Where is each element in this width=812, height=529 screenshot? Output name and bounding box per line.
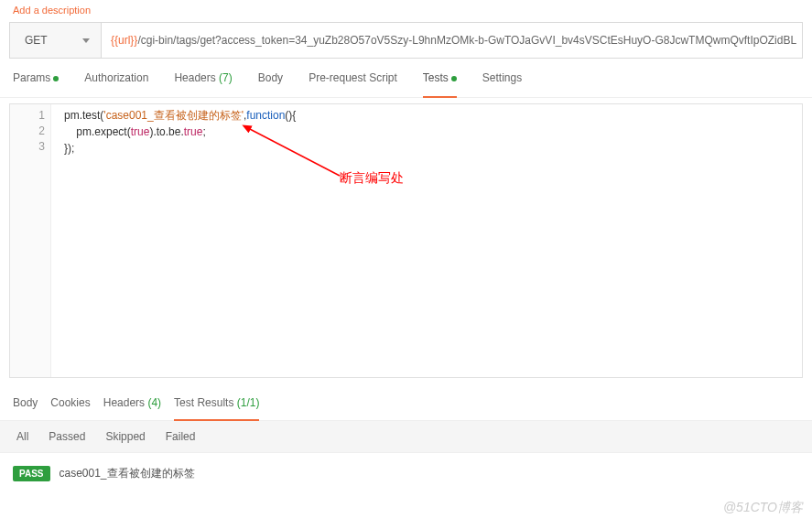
response-tabs: Body Cookies Headers (4) Test Results (1… — [0, 385, 812, 421]
test-result-name: case001_查看被创建的标签 — [60, 466, 195, 481]
code-content: pm.test('case001_查看被创建的标签',function(){ p… — [60, 104, 802, 157]
url-input[interactable]: {{url}}/cgi-bin/tags/get?access_token=34… — [102, 23, 802, 58]
line-number: 1 — [10, 108, 45, 124]
tab-tests[interactable]: Tests — [423, 68, 457, 90]
tab-headers-count: (7) — [219, 71, 233, 84]
resp-tab-headers-count: (4) — [147, 396, 161, 409]
status-dot-icon — [451, 76, 457, 81]
tab-headers-label: Headers — [174, 71, 215, 84]
test-result-row: PASS case001_查看被创建的标签 — [0, 453, 812, 494]
url-variable: {{url}} — [111, 34, 137, 47]
line-gutter: 1 2 3 — [10, 104, 51, 377]
tab-body[interactable]: Body — [258, 68, 283, 90]
url-path: /cgi-bin/tags/get?access_token=34_yuZb28… — [137, 34, 796, 47]
code-editor[interactable]: 1 2 3 pm.test('case001_查看被创建的标签',functio… — [9, 103, 803, 378]
tab-prerequest[interactable]: Pre-request Script — [309, 68, 397, 90]
status-dot-icon — [53, 76, 59, 81]
add-description-link[interactable]: Add a description — [13, 5, 91, 16]
tab-headers[interactable]: Headers (7) — [174, 68, 232, 90]
filter-failed[interactable]: Failed — [166, 430, 196, 443]
resp-tab-headers[interactable]: Headers (4) — [103, 394, 161, 415]
filter-all[interactable]: All — [16, 430, 28, 443]
resp-tab-cookies[interactable]: Cookies — [50, 394, 90, 415]
line-number: 3 — [10, 139, 45, 155]
filter-skipped[interactable]: Skipped — [105, 430, 145, 443]
resp-tab-body[interactable]: Body — [13, 394, 38, 415]
resp-tab-headers-label: Headers — [103, 396, 145, 409]
http-method-value: GET — [25, 34, 48, 47]
tab-settings[interactable]: Settings — [482, 68, 522, 90]
tab-params-label: Params — [13, 71, 50, 84]
resp-tab-test-results-count: (1/1) — [237, 396, 260, 409]
filter-passed[interactable]: Passed — [49, 430, 85, 443]
chevron-down-icon — [82, 38, 90, 43]
request-tabs: Params Authorization Headers (7) Body Pr… — [0, 68, 812, 98]
tab-params[interactable]: Params — [13, 68, 59, 90]
resp-tab-test-results-label: Test Results — [174, 396, 233, 409]
test-result-filters: All Passed Skipped Failed — [0, 421, 812, 453]
resp-tab-test-results[interactable]: Test Results (1/1) — [174, 394, 259, 415]
svg-line-0 — [248, 128, 340, 176]
annotation-label: 断言编写处 — [340, 170, 404, 187]
request-url-bar: GET {{url}}/cgi-bin/tags/get?access_toke… — [9, 22, 803, 59]
pass-badge: PASS — [13, 466, 50, 481]
tab-authorization[interactable]: Authorization — [84, 68, 148, 90]
tab-tests-label: Tests — [423, 71, 449, 84]
http-method-select[interactable]: GET — [10, 23, 102, 58]
watermark: @51CTO博客 — [723, 500, 803, 516]
line-number: 2 — [10, 124, 45, 139]
